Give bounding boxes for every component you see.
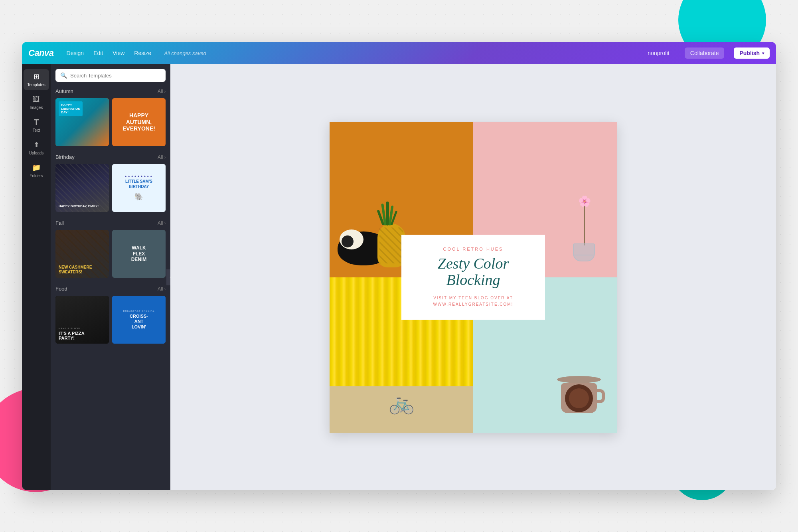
fall-template-grid: NEW CASHMERESWEATERS! WALKFLEXDENIM: [55, 230, 166, 278]
canvas-area: 🌸 🚲: [170, 64, 776, 490]
fall-arrow-icon: ›: [164, 221, 166, 225]
main-content: ⊞ Templates 🖼 Images T Text ⬆ Uploads 📁 …: [22, 64, 776, 490]
nav-resize[interactable]: Resize: [134, 50, 151, 56]
publish-caret-icon: ▾: [762, 51, 764, 55]
search-input[interactable]: [70, 73, 161, 79]
collaborate-button[interactable]: Collaborate: [685, 47, 725, 59]
templates-icon: ⊞: [32, 72, 41, 81]
food-category-name: Food: [55, 286, 67, 292]
center-title: Zesty Color Blocking: [417, 255, 529, 289]
panel-collapse-handle[interactable]: ‹: [166, 269, 170, 285]
template-card-bday-1[interactable]: HAPPY BIRTHDAY, EMILY!: [55, 164, 109, 212]
canvas-center-text: COOL RETRO HUES Zesty Color Blocking VIS…: [401, 235, 545, 320]
autumn-all-button[interactable]: All ›: [158, 89, 166, 94]
sidebar-item-text[interactable]: T Text: [24, 115, 49, 136]
folders-icon: 📁: [32, 163, 41, 172]
birthday-all-button[interactable]: All ›: [158, 154, 166, 160]
birthday-category-name: Birthday: [55, 154, 75, 160]
food-all-button[interactable]: All ›: [158, 286, 166, 292]
template-card-fall-2[interactable]: WALKFLEXDENIM: [112, 230, 166, 278]
search-bar[interactable]: 🔍: [55, 69, 166, 82]
autumn-arrow-icon: ›: [164, 89, 166, 94]
text-icon: T: [32, 118, 41, 127]
center-body: VISIT MY TEEN BLOG OVER AT WWW.REALLYGRE…: [417, 295, 529, 308]
nav-design[interactable]: Design: [67, 50, 84, 56]
canva-logo: Canva: [28, 48, 54, 58]
template-card-autumn-1[interactable]: HAPPYLIBERATIONDAY!: [55, 98, 109, 146]
sidebar-icons: ⊞ Templates 🖼 Images T Text ⬆ Uploads 📁 …: [22, 64, 51, 490]
canvas-design: 🌸 🚲: [330, 122, 617, 433]
food-template-grid: HAVE A SLICE! IT'S A PIZZAPARTY! BREAKFA…: [55, 296, 166, 344]
sidebar-item-templates[interactable]: ⊞ Templates: [24, 69, 49, 90]
center-subtitle: COOL RETRO HUES: [417, 247, 529, 251]
folders-label: Folders: [30, 174, 43, 178]
autumn-template-grid: HAPPYLIBERATIONDAY! HAPPYAUTUMN,EVERYONE…: [55, 98, 166, 146]
autumn-category-name: Autumn: [55, 88, 73, 94]
fall-category-header: Fall All ›: [55, 220, 166, 226]
search-icon: 🔍: [60, 72, 67, 79]
nav-edit[interactable]: Edit: [93, 50, 103, 56]
templates-label: Templates: [27, 83, 45, 87]
birthday-category-header: Birthday All ›: [55, 154, 166, 160]
birthday-template-grid: HAPPY BIRTHDAY, EMILY! ▲▲▲▲▲▲▲▲▲ LITTLE …: [55, 164, 166, 212]
fall-category-name: Fall: [55, 220, 64, 226]
sidebar-item-images[interactable]: 🖼 Images: [24, 92, 49, 113]
images-label: Images: [30, 105, 43, 110]
toolbar: Canva Design Edit View Resize All change…: [22, 42, 776, 64]
autumn-category-header: Autumn All ›: [55, 88, 166, 94]
sidebar-item-folders[interactable]: 📁 Folders: [24, 160, 49, 181]
images-icon: 🖼: [32, 95, 41, 104]
uploads-label: Uploads: [29, 151, 44, 155]
nav-view[interactable]: View: [113, 50, 124, 56]
template-card-food-1[interactable]: HAVE A SLICE! IT'S A PIZZAPARTY!: [55, 296, 109, 344]
template-card-autumn-2[interactable]: HAPPYAUTUMN,EVERYONE!: [112, 98, 166, 146]
sidebar-item-uploads[interactable]: ⬆ Uploads: [24, 137, 49, 158]
birthday-arrow-icon: ›: [164, 155, 166, 160]
template-card-food-2[interactable]: BREAKFAST SPECIAL CROISS-ANTLOVIN': [112, 296, 166, 344]
uploads-icon: ⬆: [32, 140, 41, 149]
publish-button[interactable]: Publish ▾: [734, 47, 770, 59]
fall-all-button[interactable]: All ›: [158, 220, 166, 226]
food-category-header: Food All ›: [55, 286, 166, 292]
publish-label: Publish: [739, 50, 760, 56]
food-arrow-icon: ›: [164, 287, 166, 291]
save-status: All changes saved: [164, 50, 206, 56]
text-label: Text: [33, 128, 40, 133]
browser-window: Canva Design Edit View Resize All change…: [22, 42, 776, 490]
template-card-fall-1[interactable]: NEW CASHMERESWEATERS!: [55, 230, 109, 278]
templates-panel: 🔍 Autumn All › HAPPYLIBERATIONDAY!: [51, 64, 170, 490]
nonprofit-button[interactable]: nonprofit: [642, 47, 675, 59]
template-card-bday-2[interactable]: ▲▲▲▲▲▲▲▲▲ LITTLE SAM'SBIRTHDAY 🐘: [112, 164, 166, 212]
